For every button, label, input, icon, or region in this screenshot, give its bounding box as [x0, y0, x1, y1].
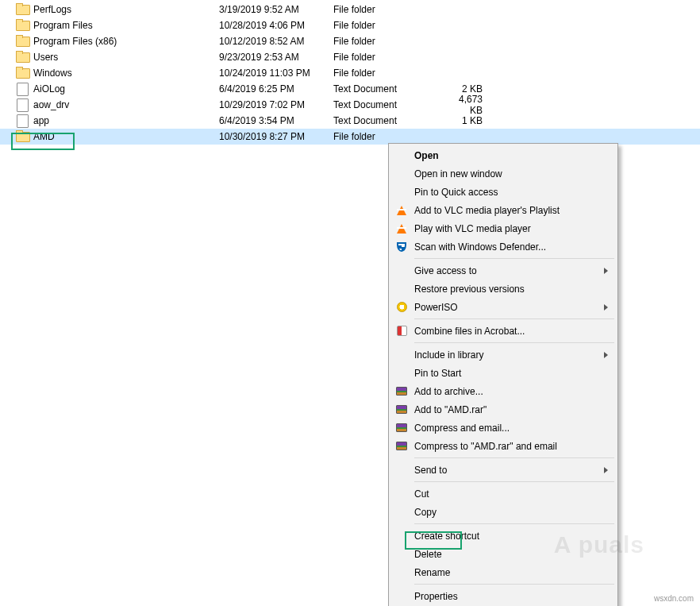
- file-row[interactable]: app6/4/2019 3:54 PMText Document1 KB: [0, 113, 700, 129]
- footer-text: wsxdn.com: [654, 594, 694, 603]
- context-menu: Open Open in new window Pin to Quick acc…: [388, 143, 618, 606]
- menu-scan-defender[interactable]: Scan with Windows Defender...: [390, 237, 616, 256]
- winrar-icon: [394, 420, 410, 436]
- file-date: 10/29/2019 7:02 PM: [219, 99, 333, 110]
- file-date: 10/24/2019 11:03 PM: [219, 68, 333, 79]
- menu-separator: [414, 342, 614, 343]
- menu-poweriso[interactable]: PowerISO: [390, 298, 616, 316]
- file-row[interactable]: Program Files (x86)10/12/2019 8:52 AMFil…: [0, 33, 700, 49]
- winrar-icon: [394, 438, 410, 454]
- file-date: 6/4/2019 6:25 PM: [219, 83, 333, 95]
- folder-icon: [16, 19, 29, 32]
- file-size: 4,673 KB: [448, 94, 486, 116]
- file-row[interactable]: PerfLogs3/19/2019 9:52 AMFile folder: [0, 2, 700, 17]
- file-type: File folder: [333, 4, 448, 15]
- chevron-right-icon: [604, 352, 608, 358]
- menu-compress-email[interactable]: Compress and email...: [390, 419, 616, 437]
- file-row[interactable]: Users9/23/2019 2:53 AMFile folder: [0, 49, 700, 65]
- file-row[interactable]: AiOLog6/4/2019 6:25 PMText Document2 KB: [0, 81, 700, 97]
- file-date: 10/28/2019 4:06 PM: [219, 20, 333, 31]
- file-type: Text Document: [333, 115, 448, 126]
- menu-vlc-play[interactable]: Play with VLC media player: [390, 219, 616, 237]
- menu-separator: [414, 318, 614, 319]
- menu-vlc-add[interactable]: Add to VLC media player's Playlist: [390, 201, 616, 219]
- menu-include-library[interactable]: Include in library: [390, 345, 616, 364]
- file-name: Windows: [33, 68, 72, 79]
- menu-combine-acrobat[interactable]: Combine files in Acrobat...: [390, 322, 616, 340]
- menu-compress-email-named[interactable]: Compress to "AMD.rar" and email: [390, 437, 616, 455]
- file-name: Program Files: [33, 20, 93, 31]
- chevron-right-icon: [604, 467, 608, 473]
- menu-properties[interactable]: Properties: [390, 587, 616, 605]
- menu-send-to[interactable]: Send to: [390, 461, 616, 479]
- file-type: File folder: [333, 36, 448, 47]
- menu-separator: [414, 584, 614, 585]
- file-name: Program Files (x86): [33, 36, 117, 47]
- menu-open[interactable]: Open: [390, 146, 616, 164]
- menu-add-archive[interactable]: Add to archive...: [390, 382, 616, 400]
- menu-pin-quick-access[interactable]: Pin to Quick access: [390, 183, 616, 201]
- winrar-icon: [394, 402, 410, 418]
- menu-separator: [414, 457, 614, 458]
- file-date: 9/23/2019 2:53 AM: [219, 52, 333, 63]
- file-type: File folder: [333, 131, 448, 142]
- text-file-icon: [16, 98, 29, 111]
- folder-icon: [16, 67, 29, 79]
- menu-separator: [414, 523, 614, 524]
- file-row[interactable]: Windows10/24/2019 11:03 PMFile folder: [0, 65, 700, 81]
- file-name: AiOLog: [33, 83, 65, 95]
- poweriso-icon: [394, 299, 410, 315]
- file-type: Text Document: [333, 99, 448, 110]
- chevron-right-icon: [604, 304, 608, 311]
- folder-icon: [16, 51, 29, 64]
- file-row[interactable]: Program Files10/28/2019 4:06 PMFile fold…: [0, 17, 700, 33]
- menu-add-archive-named[interactable]: Add to "AMD.rar": [390, 400, 616, 419]
- defender-icon: [394, 239, 410, 255]
- menu-restore-versions[interactable]: Restore previous versions: [390, 280, 616, 298]
- folder-icon: [16, 3, 29, 16]
- file-name: Users: [33, 52, 58, 63]
- vlc-icon: [394, 221, 410, 237]
- file-name: app: [33, 115, 49, 126]
- folder-icon: [16, 35, 29, 48]
- file-date: 10/12/2019 8:52 AM: [219, 36, 333, 47]
- vlc-icon: [394, 203, 410, 218]
- menu-copy[interactable]: Copy: [390, 503, 616, 521]
- file-date: 10/30/2019 8:27 PM: [219, 131, 333, 142]
- menu-pin-start[interactable]: Pin to Start: [390, 364, 616, 382]
- file-name: PerfLogs: [33, 4, 71, 15]
- file-type: File folder: [333, 68, 448, 79]
- menu-create-shortcut[interactable]: Create shortcut: [390, 527, 616, 545]
- file-row[interactable]: aow_drv10/29/2019 7:02 PMText Document4,…: [0, 97, 700, 113]
- text-file-icon: [16, 83, 29, 95]
- menu-separator: [414, 258, 614, 259]
- menu-cut[interactable]: Cut: [390, 484, 616, 503]
- acrobat-icon: [394, 323, 410, 339]
- file-name: AMD: [33, 131, 55, 142]
- file-name: aow_drv: [33, 99, 69, 110]
- folder-icon: [16, 130, 29, 143]
- file-list: PerfLogs3/19/2019 9:52 AMFile folderProg…: [0, 0, 700, 145]
- file-date: 6/4/2019 3:54 PM: [219, 115, 333, 126]
- file-size: 2 KB: [448, 83, 486, 95]
- chevron-right-icon: [604, 268, 608, 274]
- file-size: 1 KB: [448, 115, 486, 126]
- file-date: 3/19/2019 9:52 AM: [219, 4, 333, 15]
- file-type: Text Document: [333, 83, 448, 95]
- file-type: File folder: [333, 52, 448, 63]
- menu-delete[interactable]: Delete: [390, 545, 616, 563]
- winrar-icon: [394, 384, 410, 399]
- file-type: File folder: [333, 20, 448, 31]
- file-row[interactable]: AMD10/30/2019 8:27 PMFile folder: [0, 129, 700, 145]
- menu-rename[interactable]: Rename: [390, 563, 616, 581]
- menu-open-new-window[interactable]: Open in new window: [390, 164, 616, 183]
- menu-separator: [414, 481, 614, 482]
- text-file-icon: [16, 114, 29, 127]
- menu-give-access[interactable]: Give access to: [390, 261, 616, 280]
